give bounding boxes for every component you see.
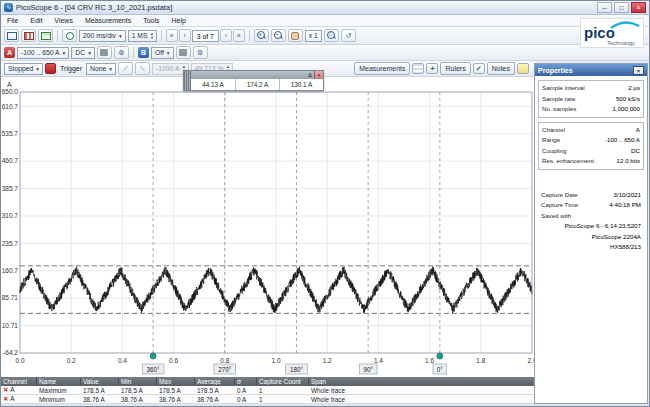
scope-view-button[interactable] (4, 29, 19, 42)
column-header[interactable]: Channel (1, 378, 37, 385)
column-header[interactable]: Name (37, 378, 81, 385)
x-tick-label: 0.8 (220, 357, 229, 364)
chevron-down-icon: ▾ (88, 50, 91, 56)
menu-item-tools[interactable]: Tools (137, 16, 165, 25)
spectrum-view-button[interactable] (21, 29, 36, 42)
table-row[interactable]: ✕AMaximum178.5 A178.5 A178.5 A178.5 A0 A… (1, 386, 536, 395)
scope-view: A650.0610.7535.7460.7385.7310.7235.7160.… (1, 77, 536, 377)
zoom-overview-button[interactable]: □ (324, 29, 339, 42)
drag-handle-icon[interactable] (184, 71, 191, 90)
table-cell: 178.5 A (119, 387, 157, 394)
rulers-check-icon[interactable]: ✓ (473, 63, 485, 74)
trigger-mode-select[interactable]: None ▾ (86, 63, 116, 75)
channel-a-icon[interactable]: A (4, 47, 15, 58)
rising-edge-button[interactable]: ⟋ (118, 62, 133, 75)
column-header[interactable]: Capture Count (257, 378, 309, 385)
channel-a-options-button[interactable]: ⚙ (114, 46, 129, 59)
time-ruler-handle[interactable] (150, 353, 156, 359)
channel-b-options-button[interactable]: ⚙ (193, 46, 208, 59)
property-row: Capture Date3/10/2021 (541, 190, 641, 201)
scope-chart[interactable]: A650.0610.7535.7460.7385.7310.7235.7160.… (1, 77, 536, 377)
column-header[interactable]: Span (309, 378, 536, 385)
maximize-button[interactable]: □ (614, 2, 629, 13)
notes-icon[interactable] (517, 63, 529, 74)
samples-select[interactable]: 1 MS ▴▾ (128, 30, 157, 42)
close-icon[interactable]: × (314, 71, 323, 79)
zoom-in-button[interactable]: + (254, 29, 269, 42)
zoom-factor-box[interactable]: x 1 (305, 30, 322, 42)
menu-item-file[interactable]: File (1, 16, 24, 25)
ruler-legend[interactable]: Δ × 44.13 A 174.2 A 130.1 A (183, 70, 324, 91)
phase-ruler-label: 0° (437, 366, 444, 373)
undo-zoom-button[interactable]: ↺ (341, 29, 356, 42)
timebase-button[interactable] (62, 29, 77, 42)
table-cell: ✕A (1, 395, 37, 403)
trigger-threshold-value: -1000 A (156, 65, 179, 72)
time-ruler-handle[interactable] (437, 353, 443, 359)
delete-measurement-icon[interactable]: ✕ (3, 395, 8, 402)
hand-tool-button[interactable] (288, 29, 303, 42)
channel-a-probe-button[interactable] (97, 46, 112, 59)
column-header[interactable]: Value (81, 378, 119, 385)
table-cell: Whole trace (309, 387, 536, 394)
hand-icon (291, 32, 299, 40)
zoom-overview-icon: □ (327, 31, 336, 40)
minimize-button[interactable]: ─ (597, 2, 612, 13)
x-tick-label: 1.4 (374, 357, 383, 364)
channel-b-icon[interactable]: B (138, 47, 149, 58)
timebase-select[interactable]: 200 ms/div ▾ (79, 30, 126, 42)
close-button[interactable]: × (631, 2, 646, 13)
close-icon[interactable]: × (633, 66, 644, 75)
measurements-button[interactable]: Measurements (354, 62, 410, 75)
table-cell: 178.5 A (195, 387, 235, 394)
capture-status-select[interactable]: Stopped ▾ (4, 63, 43, 75)
delete-measurement-icon[interactable]: ✕ (3, 386, 8, 393)
column-header[interactable]: σ (235, 378, 257, 385)
main-toolbar: 200 ms/div ▾ 1 MS ▴▾ « ‹ 3 of 7 › » + − … (1, 27, 649, 45)
menu-item-measurements[interactable]: Measurements (79, 16, 137, 25)
menu-item-views[interactable]: Views (48, 16, 79, 25)
first-buffer-button[interactable]: « (166, 29, 178, 42)
probe-icon (100, 49, 108, 56)
column-header[interactable]: Average (195, 378, 235, 385)
channel-b-probe-button[interactable] (176, 46, 191, 59)
capture-status-value: Stopped (8, 65, 33, 72)
next-buffer-button[interactable]: › (220, 29, 232, 42)
table-row[interactable]: ✕AMinimum38.76 A38.76 A38.76 A38.76 A0 A… (1, 395, 536, 404)
channel-a-coupling-select[interactable]: DC ▾ (71, 47, 95, 59)
pico-logo: pico Technology (580, 18, 644, 48)
y-tick-label: 460.7 (2, 157, 19, 164)
column-header[interactable]: Min (119, 378, 157, 385)
phase-ruler-label: 180° (290, 366, 304, 373)
record-stop-button[interactable] (45, 63, 56, 74)
falling-edge-button[interactable]: ⟍ (135, 62, 150, 75)
table-cell: 38.76 A (195, 396, 235, 403)
channel-b-state-select[interactable]: Off ▾ (151, 47, 174, 59)
last-buffer-button[interactable]: » (233, 29, 245, 42)
samples-value: 1 MS (132, 32, 148, 39)
measurement-grid-icon[interactable] (412, 63, 424, 74)
measurements-table: ChannelNameValueMinMaxAverageσCapture Co… (1, 377, 536, 404)
menu-item-edit[interactable]: Edit (24, 16, 48, 25)
rulers-button[interactable]: Rulers (440, 62, 470, 75)
clock-icon (66, 32, 74, 40)
y-tick-label: 160.7 (2, 267, 19, 274)
spectrum-view-icon (24, 32, 34, 40)
notes-button[interactable]: Notes (487, 62, 515, 75)
zoom-out-button[interactable]: − (271, 29, 286, 42)
menu-item-help[interactable]: Help (166, 16, 192, 25)
gear-icon: ⚙ (118, 49, 124, 57)
separator (161, 30, 162, 41)
app-icon: ∿ (4, 3, 13, 12)
channel-a-range-select[interactable]: -100 .. 650 A ▾ (17, 47, 69, 59)
separator (57, 30, 58, 41)
table-cell: 1 (257, 387, 309, 394)
column-header[interactable]: Max (157, 378, 195, 385)
persistence-view-button[interactable] (38, 29, 53, 42)
add-measurement-icon[interactable]: + (426, 63, 438, 74)
zoom-in-icon: + (257, 31, 266, 40)
y-tick-label: 650.0 (2, 88, 19, 95)
prev-buffer-button[interactable]: ‹ (179, 29, 191, 42)
table-cell: 178.5 A (157, 387, 195, 394)
table-cell: Maximum (37, 387, 81, 394)
